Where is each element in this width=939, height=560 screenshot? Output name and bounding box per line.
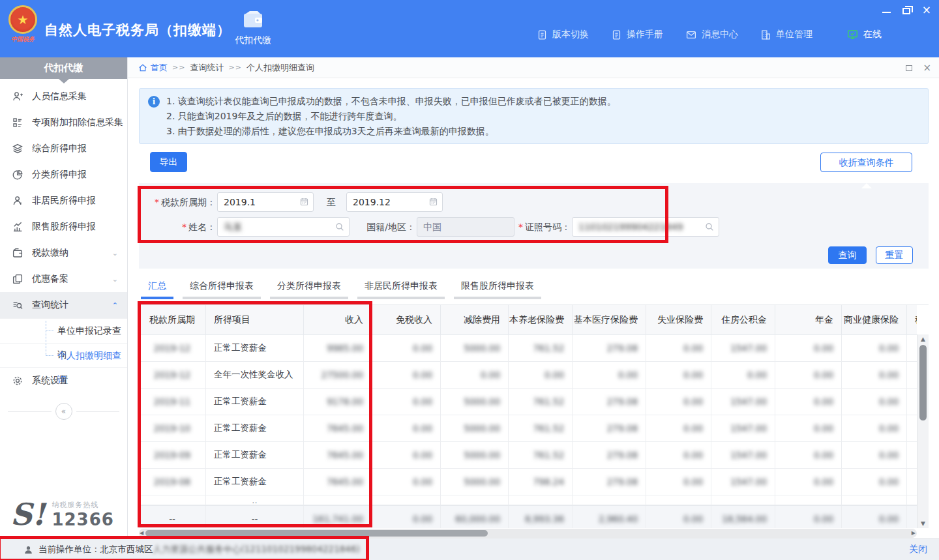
- cert-input[interactable]: 110102199904221849: [572, 217, 719, 237]
- amount-cell: 27500.00: [304, 362, 372, 388]
- person-icon: [12, 195, 23, 207]
- export-button[interactable]: 导出: [150, 152, 187, 172]
- sidebar-item[interactable]: 专项附加扣除信息采集: [0, 110, 127, 136]
- close-icon[interactable]: ×: [922, 5, 931, 15]
- query-button[interactable]: 查询: [828, 246, 867, 264]
- checklist-icon: [12, 117, 23, 128]
- cert-label: *证照号码：: [516, 217, 571, 237]
- vertical-scroll-thumb[interactable]: [919, 345, 927, 420]
- amount-cell: 0.00: [646, 389, 711, 415]
- scroll-right-icon[interactable]: ▶: [912, 530, 916, 537]
- table-row[interactable]: 2019-11正常工资薪金9178.000.005000.00761.52279…: [139, 389, 917, 415]
- table-row[interactable]: 2019-10正常工资薪金7645.000.005000.00761.52279…: [139, 415, 917, 442]
- period-cell: 2019-08: [139, 469, 206, 495]
- table-row[interactable]: 2019-08正常工资薪金7645.000.005000.00798.24279…: [139, 469, 917, 495]
- copy-icon: [12, 273, 23, 285]
- amount-cell: 1547.00: [711, 415, 775, 441]
- sidebar-subitem[interactable]: 单位申报记录查询: [0, 318, 127, 343]
- amount-cell: 7645.00: [304, 469, 372, 495]
- panel-maximize-icon[interactable]: [906, 65, 912, 71]
- tab-4[interactable]: 限售股所得申报表: [454, 280, 541, 299]
- tab-1[interactable]: 综合所得申报表: [183, 280, 261, 299]
- breadcrumb-home[interactable]: 首页: [138, 62, 168, 74]
- table-row[interactable]: 2019-12正常工资薪金9985.000.005000.00761.52279…: [139, 335, 917, 362]
- sidebar-item[interactable]: 税款缴纳⌄: [0, 240, 127, 266]
- amount-cell: [907, 469, 917, 495]
- period-from-input[interactable]: 2019.1: [217, 192, 314, 212]
- module-tab-withholding[interactable]: 代扣代缴: [226, 10, 280, 46]
- amount-cell: 1547.00: [711, 469, 775, 495]
- search-icon[interactable]: [704, 222, 715, 232]
- topnav-item[interactable]: 在线: [846, 29, 882, 40]
- topnav-label: 版本切换: [552, 29, 589, 40]
- restore-icon[interactable]: [902, 8, 910, 14]
- amount-cell: 0.00: [372, 335, 441, 361]
- search-icon[interactable]: [335, 222, 345, 232]
- sidebar-item-settings[interactable]: 系统设置: [0, 368, 127, 394]
- amount-cell: 279.08: [573, 469, 646, 495]
- tab-3[interactable]: 非居民所得申报表: [357, 280, 445, 299]
- sidebar-collapse-button[interactable]: «: [55, 403, 72, 420]
- column-header: 所得项目: [206, 305, 304, 334]
- topnav-label: 单位管理: [776, 29, 812, 40]
- name-input[interactable]: 马某: [217, 217, 350, 237]
- amount-cell: [907, 335, 917, 361]
- sidebar-item[interactable]: 非居民所得申报: [0, 188, 127, 214]
- topnav-item[interactable]: 操作手册: [611, 29, 663, 40]
- sidebar-item[interactable]: 限售股所得申报: [0, 214, 127, 240]
- amount-cell: 0.00: [775, 415, 842, 441]
- horizontal-scroll-thumb[interactable]: [145, 530, 488, 537]
- close-page-link[interactable]: 关闭: [909, 544, 927, 555]
- doc-icon: [611, 29, 622, 40]
- sidebar-item-label: 分类所得申报: [32, 169, 87, 181]
- title-bar: ★ 中国税务 自然人电子税务局（扣缴端） 代扣代缴 版本切换操作手册消息中心单位…: [0, 0, 939, 57]
- sidebar-item-label: 查询统计: [32, 299, 68, 311]
- horizontal-scrollbar[interactable]: ◀ ▶: [139, 529, 917, 538]
- logo-script-text: 中国税务: [5, 35, 40, 44]
- amount-cell: 0.00: [842, 389, 907, 415]
- sidebar-subitem[interactable]: 个人扣缴明细查询: [0, 343, 127, 368]
- amount-cell: 0.00: [842, 415, 907, 441]
- breadcrumb-current: 个人扣缴明细查询: [246, 62, 314, 74]
- income-item-cell: 正常工资薪金: [206, 469, 304, 495]
- period-to-input[interactable]: 2019.12: [346, 192, 443, 212]
- sidebar-item[interactable]: 人员信息采集: [0, 83, 127, 110]
- scroll-down-icon[interactable]: ▼: [917, 519, 929, 528]
- breadcrumb-item[interactable]: 查询统计: [190, 62, 224, 74]
- sidebar-item[interactable]: 查询统计⌃: [0, 292, 127, 318]
- clipped-cell: [372, 495, 441, 505]
- sidebar-item[interactable]: 分类所得申报: [0, 162, 127, 188]
- calendar-icon[interactable]: [428, 197, 438, 207]
- amount-cell: 0.00: [842, 362, 907, 388]
- hotline-logo: S! 纳税服务热线 12366: [10, 499, 114, 529]
- reset-button[interactable]: 重置: [876, 246, 913, 264]
- scroll-left-icon[interactable]: ◀: [140, 530, 143, 537]
- home-icon: [138, 63, 147, 72]
- chevron-down-icon: ⌄: [112, 275, 118, 284]
- tab-2[interactable]: 分类所得申报表: [270, 280, 348, 299]
- clipped-cell: [509, 495, 573, 505]
- sidebar-item[interactable]: 优惠备案⌄: [0, 266, 127, 292]
- table-row[interactable]: 2019-12全年一次性奖金收入27500.000.000.000.000.00…: [139, 362, 917, 389]
- scroll-up-icon[interactable]: ▲: [917, 334, 929, 344]
- table-header-row: 税款所属期所得项目收入免税收入减除费用基本养老保险费基本医疗保险费失业保险费住房…: [139, 305, 917, 335]
- topnav-item[interactable]: 单位管理: [760, 29, 812, 40]
- minimize-icon[interactable]: [882, 12, 891, 13]
- tab-summary-active[interactable]: 汇总: [141, 280, 173, 299]
- table-row[interactable]: 2019-09正常工资薪金7645.000.005000.00761.52279…: [139, 442, 917, 469]
- calendar-icon[interactable]: [299, 197, 309, 207]
- panel-close-icon[interactable]: ×: [923, 63, 931, 72]
- topnav-item[interactable]: 版本切换: [537, 29, 589, 40]
- vertical-scrollbar[interactable]: ▲ ▼: [917, 334, 929, 528]
- total-period-cell: --: [139, 506, 206, 528]
- amount-cell: 761.52: [509, 335, 573, 361]
- collapse-conditions-button[interactable]: 收折查询条件: [820, 153, 912, 172]
- topnav-item[interactable]: 消息中心: [685, 29, 738, 40]
- amount-cell: 761.52: [509, 415, 573, 441]
- amount-cell: 0.00: [372, 469, 441, 495]
- amount-cell: [907, 362, 917, 388]
- sidebar: 代扣代缴 人员信息采集专项附加扣除信息采集综合所得申报分类所得申报非居民所得申报…: [0, 57, 128, 538]
- amount-cell: 0.00: [646, 335, 711, 361]
- period-cell: 2019-12: [139, 335, 206, 361]
- sidebar-item[interactable]: 综合所得申报: [0, 136, 127, 162]
